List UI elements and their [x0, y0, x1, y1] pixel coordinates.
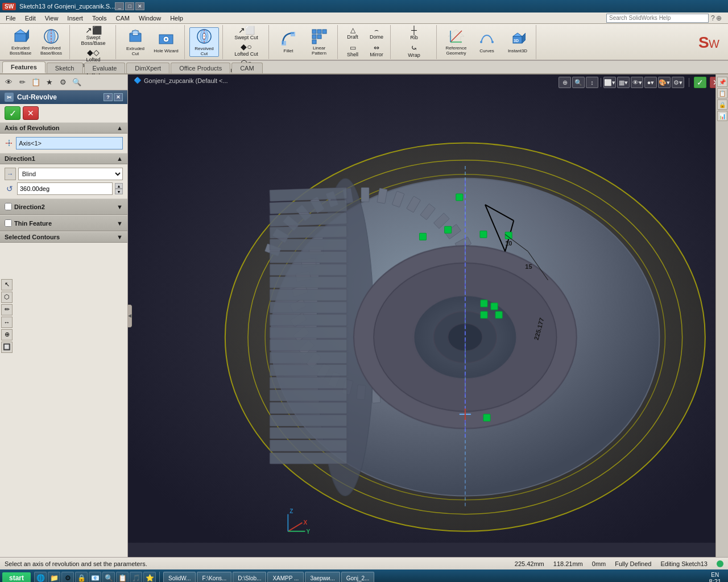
direction1-type-select[interactable]: Blind Through All Mid-Plane	[18, 168, 123, 180]
thin-feature-checkbox[interactable]	[5, 219, 12, 227]
hole-wizard-button[interactable]: Hole Wizard	[151, 27, 181, 57]
panel-help-button[interactable]: ?	[104, 93, 113, 101]
swept-boss-button[interactable]: ↗⬛ Swept Boss/Base	[73, 25, 113, 47]
menu-help[interactable]: Help	[166, 14, 188, 23]
menu-window[interactable]: Window	[134, 14, 166, 23]
direction2-checkbox[interactable]	[5, 203, 12, 210]
menu-cam[interactable]: CAM	[111, 14, 134, 23]
angle-up-button[interactable]: ▲	[115, 183, 123, 189]
taskbar-icon-7[interactable]: 📋	[116, 572, 129, 582]
lst-snap-button[interactable]: 🔲	[1, 342, 13, 353]
reference-geometry-button[interactable]: Reference Geometry	[441, 27, 471, 57]
fillet-button[interactable]: Fillet	[274, 27, 303, 57]
taskbar-icon-8[interactable]: 🎵	[130, 572, 142, 582]
vp-display-style[interactable]: ▦▾	[617, 77, 630, 88]
panel-collapse-handle[interactable]: ◀	[127, 305, 132, 327]
direction2-section-header[interactable]: Direction2 ▼	[0, 198, 127, 215]
taskbar-app-xampp[interactable]: XAMPP ...	[267, 572, 304, 582]
taskbar-icon-3[interactable]: ⚙	[61, 572, 74, 582]
vp-view-setting[interactable]: ⚙▾	[672, 77, 684, 88]
lst-dimension-button[interactable]: ↔	[1, 317, 13, 328]
vp-zoom-button[interactable]: 🔍	[572, 77, 585, 88]
direction1-section-header[interactable]: Direction1 ▲	[0, 153, 127, 164]
vp-rotate-button[interactable]: ↕	[586, 77, 598, 88]
angle-input[interactable]	[17, 182, 113, 195]
vp-hide-show[interactable]: 👁▾	[631, 77, 643, 88]
taskbar-app-solidworks[interactable]: SolidW...	[163, 572, 196, 582]
axis-input[interactable]	[16, 137, 123, 149]
mirror-button[interactable]: ⇔ Mirror	[365, 43, 388, 58]
tab-dimxpert[interactable]: DimXpert	[126, 63, 169, 73]
start-button[interactable]: start	[2, 572, 31, 582]
ok-button[interactable]: ✓	[5, 106, 20, 120]
taskbar-app-gonj2[interactable]: Gonj_2...	[341, 572, 375, 582]
close-window-button[interactable]: ✕	[135, 2, 144, 10]
taskbar-app-fkons[interactable]: F:\Kons...	[197, 572, 231, 582]
shell-button[interactable]: ▭ Shell	[341, 43, 364, 58]
rp-lock-button[interactable]: 🔒	[717, 99, 727, 110]
revolved-cut-button[interactable]: Revolved Cut	[189, 27, 219, 57]
angle-row: ↺ ▲ ▼	[5, 182, 123, 195]
taskbar-icon-2[interactable]: 📁	[48, 572, 60, 582]
taskbar-icon-5[interactable]: 📧	[89, 572, 101, 582]
rp-pin-button[interactable]: 📌	[717, 77, 727, 87]
ft-search-button[interactable]: 🔍	[71, 76, 83, 89]
curves-button[interactable]: Curves	[472, 27, 502, 57]
lst-arrow-button[interactable]: ↖	[1, 279, 13, 290]
revolved-boss-button[interactable]: Revolved Base/Boss	[36, 27, 66, 57]
draft-button[interactable]: △ Draft	[341, 26, 364, 40]
wrap-button[interactable]: ⤿ Wrap	[394, 43, 434, 59]
extruded-boss-button[interactable]: Extruded Boss/Base	[6, 27, 35, 57]
viewport[interactable]: 🔷 Gonjeni_zupcanik (Default <... ⊕ 🔍 ↕ ⬜…	[128, 74, 728, 557]
vp-scene[interactable]: 🎨▾	[658, 77, 671, 88]
vp-ok-button[interactable]: ✓	[694, 77, 706, 88]
menu-insert[interactable]: Insert	[63, 14, 88, 23]
selected-contours-section-header[interactable]: Selected Contours ▼	[0, 231, 127, 243]
tab-features[interactable]: Features	[2, 61, 46, 73]
panel-close-button[interactable]: ✕	[114, 93, 123, 101]
tab-office-products[interactable]: Office Products	[171, 63, 230, 73]
cancel-button[interactable]: ✕	[23, 106, 39, 120]
menu-tools[interactable]: Tools	[88, 14, 111, 23]
lst-select-button[interactable]: ⬡	[1, 292, 13, 303]
lst-relation-button[interactable]: ⊕	[1, 329, 13, 340]
menu-file[interactable]: File	[1, 14, 20, 23]
search-input[interactable]	[606, 14, 709, 23]
thin-feature-section-header[interactable]: Thin Feature ▼	[0, 215, 127, 231]
angle-down-button[interactable]: ▼	[115, 189, 123, 194]
lofted-cut-button[interactable]: ◆○ Lofted Cut	[226, 41, 266, 57]
rp-chart-button[interactable]: 📊	[717, 111, 727, 121]
ft-settings-button[interactable]: ⚙	[57, 76, 69, 89]
ft-copy-button[interactable]: 📋	[30, 76, 42, 89]
tab-evaluate[interactable]: Evaluate	[84, 63, 126, 73]
search-icon[interactable]: ?	[711, 14, 715, 22]
linear-pattern-button[interactable]: Linear Pattern	[304, 27, 334, 57]
taskbar-app-dslob[interactable]: D:\Slob...	[233, 572, 266, 582]
vp-view-select[interactable]: ⬜▾	[603, 77, 616, 88]
extruded-cut-button[interactable]: Extruded Cut	[121, 27, 150, 57]
taskbar-icon-1[interactable]: 🌐	[34, 572, 47, 582]
taskbar-icon-6[interactable]: 🔍	[102, 572, 115, 582]
lst-sketch-button[interactable]: ✏	[1, 304, 13, 315]
minimize-button[interactable]: _	[115, 2, 124, 10]
tab-sketch[interactable]: Sketch	[47, 63, 83, 73]
help-icon[interactable]: ⊕	[716, 14, 722, 22]
ft-eye-button[interactable]: 👁	[2, 76, 15, 89]
instant3d-button[interactable]: 3D Instant3D	[503, 27, 532, 57]
swept-cut-button[interactable]: ↗⬜ Swept Cut	[226, 25, 266, 41]
rp-copy-button[interactable]: 📋	[717, 88, 727, 98]
taskbar-app-zaerpim[interactable]: 3aepwи...	[305, 572, 340, 582]
maximize-button[interactable]: □	[125, 2, 134, 10]
taskbar-icon-4[interactable]: 🔒	[75, 572, 88, 582]
vp-zoom-fit-button[interactable]: ⊕	[559, 77, 571, 88]
taskbar-icon-9[interactable]: ⭐	[143, 572, 156, 582]
vp-edit-appearance[interactable]: ●▾	[644, 77, 657, 88]
tab-cam[interactable]: CAM	[231, 63, 262, 73]
menu-view[interactable]: View	[40, 14, 63, 23]
dome-button[interactable]: ⌢ Dome	[365, 26, 388, 40]
rib-button[interactable]: ┼ Rib	[394, 25, 434, 41]
menu-edit[interactable]: Edit	[20, 14, 40, 23]
ft-edit-button[interactable]: ✏	[16, 76, 28, 89]
axis-section-header[interactable]: Axis of Revolution ▲	[0, 122, 127, 134]
ft-star-button[interactable]: ★	[43, 76, 56, 89]
